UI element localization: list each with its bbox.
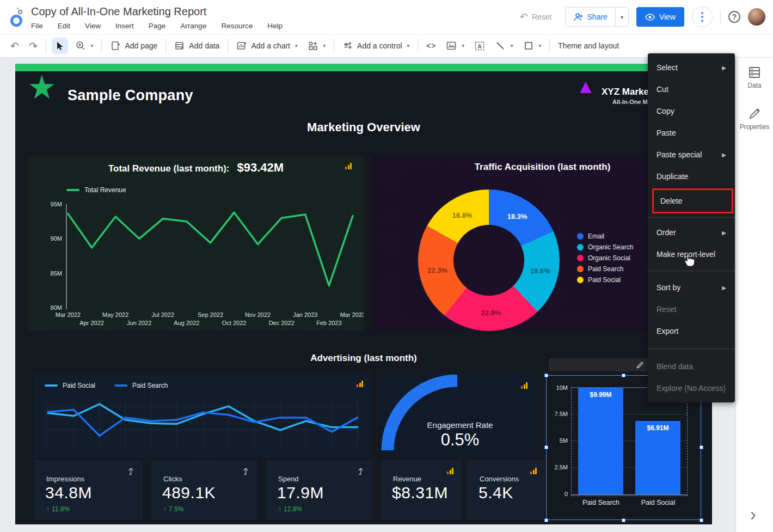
scorecard-revenue[interactable]: Revenue $8.31M bbox=[381, 460, 461, 520]
submenu-arrow-icon: ▶ bbox=[722, 152, 726, 158]
context-menu: Select▶ Cut Copy Paste Paste special▶ Du… bbox=[648, 53, 735, 402]
chart-type-icon bbox=[521, 382, 527, 389]
company-star-logo: ★ bbox=[27, 71, 57, 104]
selection-handle[interactable] bbox=[700, 445, 703, 449]
submenu-arrow-icon: ▶ bbox=[722, 230, 726, 236]
share-dropdown-caret[interactable]: ▾ bbox=[615, 8, 628, 26]
svg-text:Aug 2022: Aug 2022 bbox=[174, 320, 199, 326]
menu-arrange[interactable]: Arrange bbox=[180, 22, 206, 30]
context-menu-item-export[interactable]: Export bbox=[648, 320, 735, 342]
data-panel-icon bbox=[748, 66, 761, 78]
reset-button[interactable]: ↶ Reset bbox=[514, 12, 557, 22]
total-revenue-chart[interactable]: Total Revenue (last month): $93.42M Tota… bbox=[28, 156, 364, 331]
menu-resource[interactable]: Resource bbox=[221, 22, 253, 30]
embed-url-button[interactable]: <> bbox=[421, 37, 441, 54]
scorecard-value: $8.31M bbox=[392, 484, 448, 502]
legend-item: Paid Social bbox=[577, 276, 633, 284]
chart-type-icon bbox=[530, 468, 537, 474]
up-arrow-icon: ↑ bbox=[278, 505, 281, 513]
scorecard-conversions[interactable]: Conversions 5.4K bbox=[467, 460, 544, 520]
svg-text:Oct 2022: Oct 2022 bbox=[222, 320, 247, 326]
context-menu-item-select[interactable]: Select▶ bbox=[648, 57, 735, 78]
menu-edit[interactable]: Edit bbox=[58, 22, 70, 30]
add-chart-icon bbox=[236, 40, 247, 51]
insert-text-button[interactable]: A bbox=[469, 37, 490, 54]
partner-triangle-logo: ▲ bbox=[576, 77, 596, 96]
insert-line-button[interactable]: ▾ bbox=[490, 37, 518, 54]
line-icon bbox=[495, 40, 506, 51]
menu-page[interactable]: Page bbox=[149, 22, 166, 30]
svg-text:90M: 90M bbox=[51, 235, 62, 242]
svg-text:Nov 2022: Nov 2022 bbox=[245, 311, 271, 318]
collapse-chevron-icon[interactable] bbox=[750, 511, 756, 521]
selection-handle[interactable] bbox=[544, 518, 548, 522]
scorecard-label: Impressions bbox=[46, 475, 84, 483]
svg-text:Feb 2023: Feb 2023 bbox=[316, 320, 341, 326]
context-menu-item-explore[interactable]: Explore (No Access) bbox=[648, 377, 735, 399]
context-menu-item-delete[interactable]: Delete bbox=[654, 190, 732, 212]
svg-text:Jun 2022: Jun 2022 bbox=[127, 320, 151, 326]
add-page-button[interactable]: Add page bbox=[105, 37, 162, 54]
user-avatar[interactable] bbox=[748, 8, 765, 26]
context-menu-item-copy[interactable]: Copy bbox=[648, 100, 735, 122]
sidebar-properties-button[interactable]: Properties bbox=[736, 108, 773, 131]
add-chart-button[interactable]: Add a chart▾ bbox=[231, 37, 302, 54]
gauge-value: 0.5% bbox=[411, 430, 509, 450]
community-visualizations-button[interactable]: ▾ bbox=[303, 37, 331, 54]
context-menu-item-blend-data[interactable]: Blend data bbox=[648, 356, 735, 377]
zoom-tool-button[interactable]: ▾ bbox=[70, 37, 99, 54]
context-menu-item-paste-special[interactable]: Paste special▶ bbox=[648, 144, 735, 166]
looker-studio-logo-icon[interactable] bbox=[9, 7, 27, 28]
selection-handle[interactable] bbox=[622, 374, 625, 377]
context-menu-item-sort-by[interactable]: Sort by▶ bbox=[648, 277, 735, 298]
context-menu-item-paste[interactable]: Paste bbox=[648, 122, 735, 144]
menu-help[interactable]: Help bbox=[267, 22, 283, 30]
undo-button[interactable]: ↶ bbox=[5, 37, 24, 54]
right-sidebar: Data Properties bbox=[735, 58, 773, 532]
selection-handle[interactable] bbox=[544, 374, 548, 377]
selection-handle[interactable] bbox=[544, 445, 548, 449]
help-button[interactable]: ? bbox=[728, 11, 740, 23]
hand-cursor-icon bbox=[683, 253, 695, 267]
engagement-rate-gauge[interactable]: Engagement Rate 0.5% bbox=[378, 375, 536, 456]
svg-text:Jul 2022: Jul 2022 bbox=[152, 311, 175, 318]
scorecard-value: 34.8M bbox=[45, 484, 92, 502]
menu-divider bbox=[648, 348, 735, 349]
context-menu-item-cut[interactable]: Cut bbox=[648, 78, 735, 100]
redo-button[interactable]: ↷ bbox=[24, 37, 42, 54]
add-control-button[interactable]: Add a control▾ bbox=[338, 37, 414, 54]
scorecard-delta: ↑11.9% bbox=[46, 505, 70, 513]
submenu-arrow-icon: ▶ bbox=[722, 285, 726, 291]
scorecard-label: Revenue bbox=[393, 475, 421, 483]
menu-view[interactable]: View bbox=[85, 22, 101, 30]
menu-file[interactable]: File bbox=[31, 22, 43, 30]
submenu-arrow-icon: ▶ bbox=[722, 65, 726, 71]
select-tool-button[interactable] bbox=[52, 38, 68, 54]
scorecard-clicks[interactable]: Clicks 489.1K ↑7.5% bbox=[151, 460, 257, 520]
advertising-line-chart[interactable]: Paid Social Paid Search bbox=[34, 373, 372, 457]
selected-chart-mini-toolbar[interactable] bbox=[549, 358, 648, 371]
svg-text:A: A bbox=[477, 43, 481, 49]
scorecard-label: Conversions bbox=[480, 475, 519, 483]
context-menu-item-duplicate[interactable]: Duplicate bbox=[648, 166, 735, 187]
view-button[interactable]: View bbox=[636, 7, 684, 27]
more-options-button[interactable] bbox=[692, 7, 713, 27]
context-menu-item-reset[interactable]: Reset bbox=[648, 298, 735, 320]
menu-insert[interactable]: Insert bbox=[115, 22, 134, 30]
scorecard-spend[interactable]: Spend 17.9M ↑12.8% bbox=[266, 460, 372, 520]
insert-shape-button[interactable]: ▾ bbox=[518, 37, 547, 54]
report-title[interactable]: Copy of All-In-One Marketing Report bbox=[31, 5, 206, 18]
theme-and-layout-button[interactable]: Theme and layout bbox=[553, 37, 624, 54]
context-menu-item-order[interactable]: Order▶ bbox=[648, 222, 735, 243]
legend-item: Email bbox=[577, 233, 633, 240]
report-canvas[interactable]: ★ Sample Company ▲ XYZ Market All-In-One… bbox=[15, 64, 712, 524]
share-button[interactable]: Share bbox=[566, 8, 615, 26]
revenue-line-plot: 95M90M85M80MMar 2022Apr 2022May 2022Jun … bbox=[28, 156, 364, 331]
insert-image-button[interactable]: ▾ bbox=[441, 37, 469, 54]
add-data-button[interactable]: Add data bbox=[169, 37, 224, 54]
selection-handle[interactable] bbox=[622, 518, 625, 522]
sidebar-data-button[interactable]: Data bbox=[736, 66, 773, 89]
selection-handle[interactable] bbox=[700, 518, 703, 522]
scorecard-impressions[interactable]: Impressions 34.8M ↑11.9% bbox=[34, 460, 143, 520]
delete-highlight-box: Delete bbox=[652, 188, 733, 213]
